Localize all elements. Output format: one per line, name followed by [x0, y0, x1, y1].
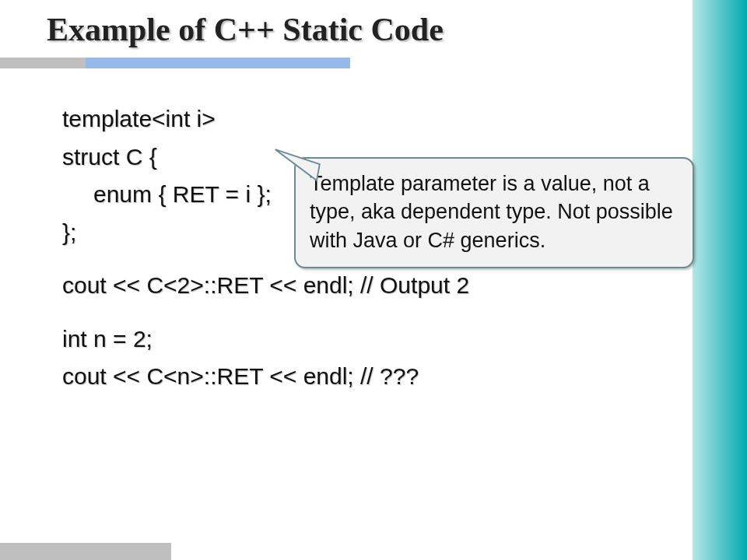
- slide-title: Example of C++ Static Code: [47, 11, 444, 48]
- callout-box: Template parameter is a value, not a typ…: [294, 157, 694, 268]
- callout-pointer-icon: [272, 146, 331, 188]
- code-line: cout << C<n>::RET << endl; // ???: [62, 359, 677, 395]
- title-underline-blue: [86, 58, 350, 68]
- code-line: cout << C<2>::RET << endl; // Output 2: [62, 268, 677, 304]
- svg-marker-0: [275, 149, 320, 180]
- footer-gray-bar: [0, 543, 171, 560]
- code-line: template<int i>: [62, 101, 677, 138]
- right-gradient-band: [693, 0, 747, 560]
- code-line: int n = 2;: [62, 321, 677, 358]
- callout-text: Template parameter is a value, not a typ…: [310, 172, 673, 252]
